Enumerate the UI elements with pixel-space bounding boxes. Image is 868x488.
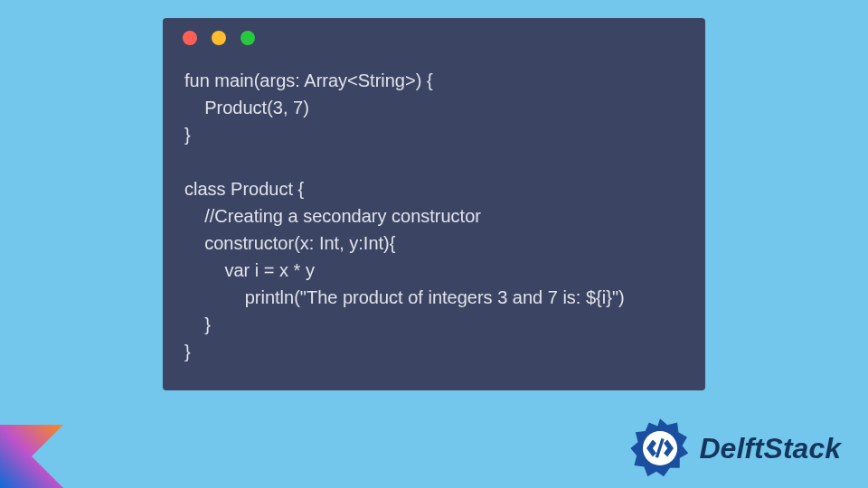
kotlin-logo-icon (0, 425, 63, 488)
svg-marker-0 (0, 425, 63, 488)
window-titlebar (163, 18, 705, 58)
maximize-icon (241, 31, 255, 45)
brand-area: DelftStack (629, 418, 842, 479)
code-content: fun main(args: Array<String>) { Product(… (163, 58, 705, 376)
delftstack-logo-icon (629, 418, 691, 479)
minimize-icon (212, 31, 226, 45)
close-icon (183, 31, 197, 45)
brand-name: DelftStack (700, 432, 842, 465)
code-window: fun main(args: Array<String>) { Product(… (163, 18, 705, 390)
